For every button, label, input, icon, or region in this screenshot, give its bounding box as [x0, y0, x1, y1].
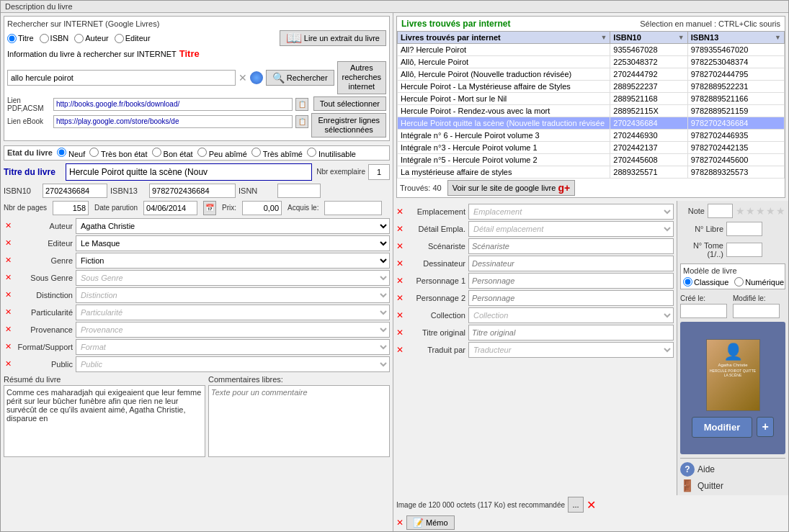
btn-image-delete-icon[interactable]: ✕ — [587, 498, 596, 512]
detail-x-dessinateur[interactable]: ✕ — [396, 258, 405, 269]
star-5[interactable]: ★ — [776, 205, 785, 217]
memo-x-icon[interactable]: ✕ — [396, 518, 404, 528]
result-title[interactable]: Intégrale n°5 - Hercule Poirot volume 2 — [398, 154, 610, 166]
radio-bon[interactable]: Bon état — [152, 148, 193, 158]
detail-select-detail_empl[interactable]: Détail emplacement — [468, 221, 674, 237]
radio-inutilisable[interactable]: Inutilisable — [307, 148, 356, 158]
result-title[interactable]: Hercule Poirot - Mort sur le Nil — [398, 93, 610, 105]
lien-ebook-input[interactable] — [53, 115, 293, 128]
result-isbn10[interactable]: 2702445608 — [610, 154, 687, 166]
result-isbn10[interactable]: 2889325571 — [610, 166, 687, 179]
btn-lire-extrait[interactable]: 📖 Lire un extrait du livre — [280, 30, 386, 46]
result-isbn13[interactable]: 9782702436684 — [687, 117, 784, 130]
radio-numerique[interactable]: Numérique — [734, 277, 784, 287]
table-row[interactable]: Hercule Poirot - Mort sur le Nil 2889521… — [398, 93, 785, 105]
radio-peu-abime[interactable]: Peu abîmé — [197, 148, 247, 158]
result-title[interactable]: Intégrale n° 6 - Hercule Poirot volume 3 — [398, 130, 610, 142]
radio-neuf[interactable]: Neuf — [57, 148, 85, 158]
x-provenance[interactable]: ✕ — [4, 325, 12, 334]
result-title[interactable]: Intégrale n°3 - Hercule Poirot volume 1 — [398, 142, 610, 154]
radio-tres-bon[interactable]: Très bon état — [89, 148, 147, 158]
btn-image-browse[interactable]: ... — [568, 497, 584, 513]
result-isbn10[interactable]: 2702446930 — [610, 130, 687, 142]
detail-input-scenariste[interactable] — [468, 238, 674, 254]
detail-input-dessinateur[interactable] — [468, 256, 674, 271]
result-title[interactable]: Hercule Poirot - Rendez-vous avec la mor… — [398, 105, 610, 117]
nbr-pages-input[interactable] — [53, 201, 89, 215]
radio-editeur[interactable]: Editeur — [115, 34, 151, 43]
isbn10-input[interactable] — [43, 184, 107, 198]
star-2[interactable]: ★ — [746, 205, 755, 217]
summary-textarea[interactable]: Comme ces maharadjah qui exigeaient que … — [4, 385, 205, 457]
search-input[interactable] — [7, 70, 236, 86]
star-1[interactable]: ★ — [736, 205, 745, 217]
result-isbn10[interactable]: 2702436684 — [610, 117, 687, 130]
btn-modifier[interactable]: Modifier — [692, 417, 753, 438]
result-isbn10[interactable]: 2889522237 — [610, 81, 687, 93]
isbn13-input[interactable] — [149, 184, 236, 198]
result-isbn13[interactable]: 9782889521166 — [687, 93, 784, 105]
result-isbn13[interactable]: 9782889522231 — [687, 81, 784, 93]
btn-copy-ebook[interactable]: 📋 — [295, 115, 308, 128]
x-sous_genre[interactable]: ✕ — [4, 273, 12, 282]
detail-x-collection[interactable]: ✕ — [396, 310, 405, 320]
detail-x-personnage2[interactable]: ✕ — [396, 293, 405, 303]
result-isbn13[interactable]: 9782702444795 — [687, 68, 784, 81]
modifie-input[interactable] — [733, 304, 780, 318]
result-isbn10[interactable]: 2702442137 — [610, 142, 687, 154]
nr-tome-input[interactable] — [726, 243, 762, 257]
x-particularite[interactable]: ✕ — [4, 307, 12, 317]
detail-x-personnage1[interactable]: ✕ — [396, 276, 405, 286]
table-row[interactable]: Intégrale n°5 - Hercule Poirot volume 2 … — [398, 154, 785, 166]
detail-input-titre_original[interactable] — [468, 325, 674, 341]
clear-search-icon[interactable]: ✕ — [239, 72, 247, 84]
detail-select-emplacement[interactable]: Emplacement — [468, 204, 674, 220]
result-isbn13[interactable]: 9782889325573 — [687, 166, 784, 179]
table-row[interactable]: All? Hercule Poirot 9355467028 978935546… — [398, 44, 785, 56]
detail-select-collection[interactable]: Collection — [468, 307, 674, 323]
btn-tout-selectionner[interactable]: Tout sélectionner — [313, 96, 386, 111]
calendar-button[interactable]: 📅 — [203, 201, 216, 215]
result-isbn13[interactable]: 9782889521159 — [687, 105, 784, 117]
radio-auteur[interactable]: Auteur — [74, 34, 108, 43]
table-row[interactable]: Hercule Poirot - Rendez-vous avec la mor… — [398, 105, 785, 117]
acquis-input[interactable] — [324, 201, 382, 215]
btn-enregistrer[interactable]: Enregistrer lignes sélectionnées — [311, 113, 386, 137]
result-isbn10[interactable]: 2702444792 — [610, 68, 687, 81]
btn-autres-recherches[interactable]: Autres recherches internet — [337, 61, 386, 94]
date-parution-input[interactable] — [143, 201, 197, 215]
nr-libre-input[interactable] — [726, 222, 762, 236]
select-auteur[interactable]: Agatha Christie — [76, 218, 390, 234]
btn-memo[interactable]: 📝 Mémo — [406, 515, 455, 530]
result-isbn13[interactable]: 9782253048374 — [687, 56, 784, 68]
star-3[interactable]: ★ — [756, 205, 765, 217]
result-isbn13[interactable]: 9782702445600 — [687, 154, 784, 166]
table-row[interactable]: Hercule Poirot - La Mystérieuse affaire … — [398, 81, 785, 93]
cree-input[interactable] — [680, 304, 727, 318]
result-title[interactable]: Allô, Hercule Poirot (Nouvelle traductio… — [398, 68, 610, 81]
result-title[interactable]: Hercule Poirot - La Mystérieuse affaire … — [398, 81, 610, 93]
detail-input-personnage1[interactable] — [468, 273, 674, 289]
radio-tres-abime[interactable]: Très abîmé — [251, 148, 303, 158]
table-row[interactable]: Intégrale n° 6 - Hercule Poirot volume 3… — [398, 130, 785, 142]
radio-classique[interactable]: Classique — [683, 277, 728, 287]
isnn-input[interactable] — [277, 184, 321, 198]
x-distinction[interactable]: ✕ — [4, 290, 12, 299]
detail-x-detail_empl[interactable]: ✕ — [396, 224, 405, 234]
radio-isbn[interactable]: ISBN — [40, 34, 69, 43]
select-provenance[interactable]: Provenance — [76, 322, 390, 338]
detail-x-scenariste[interactable]: ✕ — [396, 241, 405, 251]
result-title[interactable]: Hercule Poirot quitte la scène (Nouvelle… — [398, 117, 610, 130]
select-sous_genre[interactable]: Sous Genre — [76, 270, 390, 286]
detail-x-titre_original[interactable]: ✕ — [396, 328, 405, 338]
table-row[interactable]: Allô, Hercule Poirot (Nouvelle traductio… — [398, 68, 785, 81]
result-isbn13[interactable]: 9782702442135 — [687, 142, 784, 154]
result-title[interactable]: All? Hercule Poirot — [398, 44, 610, 56]
result-isbn10[interactable]: 2253048372 — [610, 56, 687, 68]
select-particularite[interactable]: Particularité — [76, 305, 390, 320]
x-genre[interactable]: ✕ — [4, 256, 12, 265]
detail-input-personnage2[interactable] — [468, 290, 674, 306]
table-row[interactable]: Intégrale n°3 - Hercule Poirot volume 1 … — [398, 142, 785, 154]
result-isbn13[interactable]: 9782702446935 — [687, 130, 784, 142]
result-isbn10[interactable]: 2889521168 — [610, 93, 687, 105]
